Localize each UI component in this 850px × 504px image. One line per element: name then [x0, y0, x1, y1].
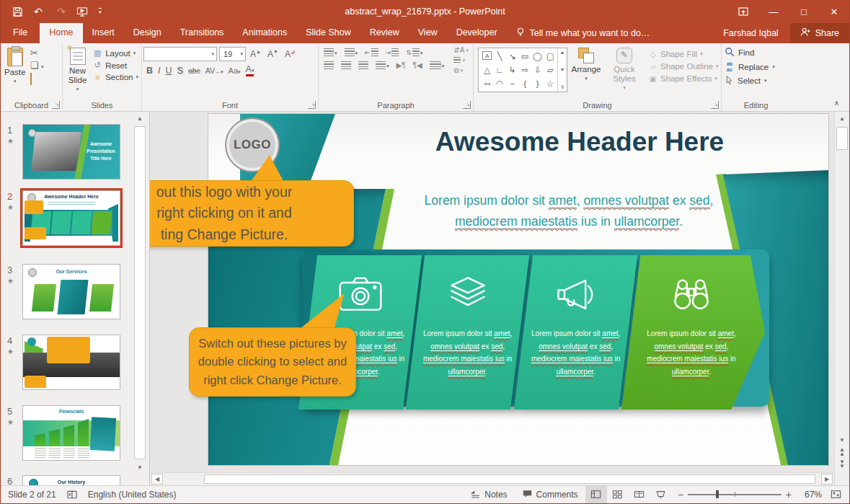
replace-button[interactable]: abac Replace▾ [723, 60, 789, 74]
maximize-button[interactable]: □ [789, 0, 819, 23]
logo-callout[interactable]: out this logo with yourright clicking on… [150, 180, 354, 247]
tab-file[interactable]: File [1, 23, 40, 43]
scroll-up-icon[interactable]: ▲ [836, 113, 848, 124]
pictures-callout[interactable]: Switch out these pictures bydouble click… [189, 327, 356, 397]
share-button[interactable]: Share [790, 23, 849, 43]
align-center-button[interactable] [340, 61, 352, 70]
align-right-button[interactable] [358, 61, 369, 70]
shape-arc-icon[interactable]: ◠ [494, 76, 507, 90]
slide-thumbnail-4[interactable] [22, 335, 120, 390]
shapes-gallery-scrollbar[interactable]: ▲▼⊽ [557, 48, 567, 92]
shape-round-rect-icon[interactable]: ▢ [544, 49, 557, 63]
slide-title[interactable]: Awesome Header Here [345, 127, 814, 157]
change-case-button[interactable]: Aa▾ [229, 66, 241, 75]
line-spacing-button[interactable]: ⇅▾ [405, 48, 423, 57]
select-button[interactable]: Select▾ [723, 74, 789, 88]
previous-slide-button[interactable]: ▲▲ [836, 446, 848, 457]
vertical-scrollbar[interactable]: ▲ ▼ ▲▲ ▼▼ [834, 112, 849, 485]
decrease-indent-button[interactable]: ⇤ [364, 48, 379, 57]
shape-effects-button[interactable]: ▣Shape Effects▾ [648, 74, 718, 83]
account-user-name[interactable]: Farshad Iqbal [712, 23, 789, 43]
justify-button[interactable]: ▾ [375, 61, 390, 70]
font-color-button[interactable]: A▾ [246, 64, 254, 76]
next-slide-button[interactable]: ▼▼ [836, 459, 848, 469]
shape-elbow-icon[interactable]: ∟ [494, 63, 507, 76]
quick-styles-button[interactable]: ✎ Quick Styles▾ [605, 45, 644, 92]
slide-panel[interactable]: Lorem ipsum dolor sit amet,omnes volutpa… [406, 255, 530, 410]
comments-button[interactable]: Comments [515, 486, 585, 503]
slide-thumbnail-5[interactable]: Financials [22, 405, 120, 461]
tab-animations[interactable]: Animations [233, 23, 296, 43]
customize-qat-icon[interactable]: ▾ [99, 8, 102, 15]
shape-snip-rect-icon[interactable]: ▱ [544, 63, 557, 76]
tab-home[interactable]: Home [40, 23, 82, 43]
strikethrough-button[interactable]: abc [188, 66, 200, 75]
increase-indent-button[interactable]: ⇥ [385, 48, 400, 57]
shape-arrow-icon[interactable]: ↘ [506, 49, 519, 63]
cut-button[interactable]: ✂ [30, 48, 44, 58]
close-button[interactable]: ✕ [819, 0, 849, 23]
horizontal-scrollbar[interactable]: ◀ ▶ [150, 472, 834, 485]
clear-formatting-button[interactable]: A◢ [283, 48, 296, 60]
start-slideshow-icon[interactable] [76, 6, 88, 17]
slide-thumbnail-1[interactable]: Awesome Presentation Title Here [22, 124, 120, 180]
save-icon[interactable] [12, 6, 23, 17]
zoom-level[interactable]: 67% [797, 490, 822, 500]
shape-outline-button[interactable]: ▱Shape Outline▾ [648, 62, 718, 71]
slide-panel[interactable]: Lorem ipsum dolor sit amet,omnes volutpa… [514, 255, 638, 410]
language-indicator[interactable]: English (United States) [88, 490, 177, 500]
shape-star-icon[interactable]: ☆ [544, 76, 557, 90]
minimize-button[interactable]: — [758, 0, 789, 23]
slide-thumbnail-6[interactable]: Our History [22, 475, 120, 485]
bold-button[interactable]: B [146, 66, 153, 76]
ribbon-display-options-icon[interactable] [728, 0, 758, 23]
editing-canvas[interactable]: LOGO Awesome Header Here Lorem ipsum dol… [150, 112, 834, 485]
reset-button[interactable]: ↺Reset [91, 60, 140, 71]
tab-review[interactable]: Review [360, 23, 409, 43]
slide-number-indicator[interactable]: Slide 2 of 21 [8, 490, 56, 500]
shrink-font-button[interactable]: A▼ [265, 48, 280, 60]
scroll-down-icon[interactable]: ▼ [836, 435, 848, 446]
tell-me-box[interactable]: Tell me what you want to do… [508, 23, 658, 43]
shape-scribble-icon[interactable]: ∾ [481, 76, 494, 90]
numbering-button[interactable]: ▾ [344, 48, 359, 57]
align-text-button[interactable]: ▾ [453, 57, 469, 63]
slide-thumbnail-2[interactable]: Awesome Header Here [22, 190, 120, 246]
collapse-ribbon-icon[interactable]: ∧ [834, 99, 839, 107]
paragraph-dialog-launcher[interactable]: ↘ [463, 101, 471, 109]
character-spacing-button[interactable]: AV↔▾ [205, 66, 223, 75]
slide-sorter-view-button[interactable] [607, 486, 629, 503]
shape-arrow-right-icon[interactable]: ⇨ [519, 63, 532, 76]
scroll-right-icon[interactable]: ▶ [821, 474, 833, 485]
thumbnail-scroll-down[interactable]: ▼ [134, 462, 146, 473]
thumbnail-scroll-up[interactable]: ▲ [134, 113, 146, 124]
tab-insert[interactable]: Insert [83, 23, 124, 43]
columns-button[interactable]: ▾ [429, 61, 446, 70]
bullets-button[interactable]: ▾ [323, 48, 338, 57]
shape-line-icon[interactable]: ╲ [494, 49, 507, 63]
shape-curve-icon[interactable]: ⌣ [506, 76, 519, 90]
rtl-direction-button[interactable]: ¶◀ [412, 61, 423, 70]
shape-fill-button[interactable]: ◇Shape Fill▾ [648, 50, 718, 58]
text-direction-button[interactable]: ⇵A▾ [453, 46, 469, 54]
grow-font-button[interactable]: A▲ [248, 48, 263, 60]
slide-panel[interactable]: Lorem ipsum dolor sit amet,omnes volutpa… [621, 255, 774, 410]
drawing-dialog-launcher[interactable]: ↘ [711, 101, 719, 109]
paste-button[interactable]: Paste▾ [2, 45, 27, 84]
shape-textbox-icon[interactable]: A [482, 51, 492, 60]
shape-oval-icon[interactable]: ◯ [531, 49, 544, 63]
shape-brace-left-icon[interactable]: { [519, 76, 532, 90]
normal-view-button[interactable] [585, 486, 607, 503]
horizontal-scroll-thumb[interactable] [204, 474, 815, 484]
notes-button[interactable]: Notes [463, 486, 514, 503]
shape-triangle-icon[interactable]: △ [481, 63, 494, 76]
shapes-gallery[interactable]: A╲↘▭◯▢△∟↳⇨⇩▱∾◠⌣{}☆ ▲▼⊽ [478, 48, 567, 92]
section-button[interactable]: ≡Section▾ [91, 72, 140, 82]
zoom-in-icon[interactable]: + [786, 489, 792, 500]
vertical-scroll-thumb[interactable] [836, 127, 848, 150]
shape-elbow-arrow-icon[interactable]: ↳ [506, 63, 519, 76]
ltr-direction-button[interactable]: ▶¶ [396, 61, 407, 70]
tab-transitions[interactable]: Transitions [171, 23, 234, 43]
zoom-slider[interactable] [688, 494, 782, 495]
copy-button[interactable]: ❏ ▾ [30, 61, 44, 72]
